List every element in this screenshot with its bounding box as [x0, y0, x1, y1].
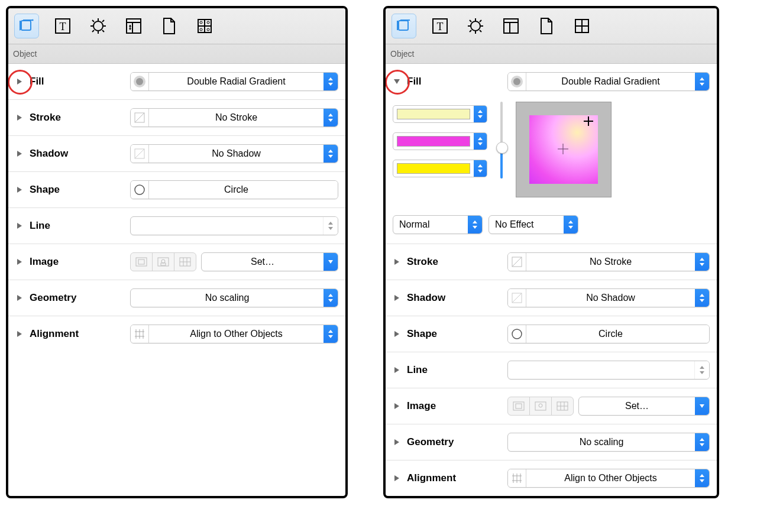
toolbar-tab-document[interactable] — [535, 14, 558, 38]
image-fit-natural-icon[interactable] — [131, 253, 153, 271]
svg-marker-131 — [700, 443, 704, 446]
fill-type-popup[interactable]: Double Radial Gradient — [507, 72, 710, 91]
toolbar-tab-canvas[interactable] — [122, 14, 145, 38]
disclosure-line[interactable] — [393, 366, 401, 374]
svg-marker-45 — [328, 222, 333, 225]
stroke-popup[interactable]: No Stroke — [130, 108, 338, 127]
line-popup[interactable] — [507, 361, 710, 379]
inspector-toolbar: T — [8, 8, 345, 44]
label-shape: Shape — [30, 184, 124, 196]
popup-arrows-icon — [323, 145, 338, 163]
disclosure-image[interactable] — [393, 402, 401, 410]
disclosure-shadow[interactable] — [15, 150, 24, 158]
image-set-popup[interactable]: Set… — [201, 252, 338, 271]
gradient-stop-1[interactable] — [393, 132, 487, 150]
disclosure-alignment[interactable] — [393, 474, 401, 482]
disclosure-line[interactable] — [15, 222, 24, 230]
svg-marker-119 — [394, 403, 399, 409]
svg-marker-47 — [17, 259, 22, 265]
disclosure-shape[interactable] — [393, 330, 401, 338]
image-fit-tile-icon[interactable] — [552, 397, 573, 415]
popup-arrows-icon — [695, 289, 709, 307]
gradient-stop-2[interactable] — [393, 160, 487, 177]
gradient-slider[interactable] — [496, 99, 507, 179]
toolbar-tab-object[interactable] — [14, 14, 39, 38]
alignment-popup[interactable]: Align to Other Objects — [130, 325, 338, 343]
inspector-window-collapsed: T Object Fill — [6, 6, 348, 498]
row-line: Line — [8, 208, 345, 244]
disclosure-geometry[interactable] — [393, 438, 401, 446]
image-fit-natural-icon[interactable] — [508, 397, 530, 415]
toolbar-tab-object[interactable] — [392, 14, 416, 38]
popup-arrows-icon — [474, 106, 487, 122]
image-fit-stretch-icon[interactable] — [530, 397, 552, 415]
gradient-stop-0[interactable] — [393, 105, 487, 123]
row-geometry: Geometry No scaling — [386, 424, 717, 460]
no-shadow-icon — [508, 289, 526, 307]
svg-marker-42 — [17, 187, 22, 193]
disclosure-fill-open[interactable] — [393, 77, 401, 86]
toolbar-tab-canvas[interactable] — [499, 14, 523, 38]
disclosure-shadow[interactable] — [393, 294, 401, 302]
svg-point-23 — [200, 21, 202, 24]
alignment-popup[interactable]: Align to Other Objects — [507, 469, 710, 488]
slider-knob[interactable] — [496, 142, 508, 154]
popup-arrows-icon — [323, 325, 338, 343]
disclosure-stroke[interactable] — [15, 113, 24, 122]
svg-rect-83 — [504, 19, 518, 33]
toolbar-tab-properties[interactable] — [464, 14, 487, 38]
shadow-popup[interactable]: No Shadow — [130, 144, 338, 163]
popup-arrows-icon — [323, 73, 338, 90]
gradient-center-2-icon[interactable] — [558, 144, 568, 154]
svg-marker-18 — [129, 25, 131, 27]
disclosure-geometry[interactable] — [15, 294, 24, 302]
fill-type-popup[interactable]: Double Radial Gradient — [130, 72, 338, 91]
line-popup[interactable] — [130, 216, 338, 235]
blend-mode-popup[interactable]: Normal — [393, 215, 483, 234]
radial-gradient-icon — [508, 73, 526, 90]
row-shadow: Shadow No Shadow — [8, 136, 345, 172]
disclosure-stroke[interactable] — [393, 258, 401, 266]
svg-rect-69 — [399, 21, 408, 30]
disclosure-image[interactable] — [15, 258, 24, 266]
toolbar-tab-document[interactable] — [157, 14, 181, 38]
svg-marker-89 — [394, 79, 400, 84]
stroke-popup[interactable]: No Stroke — [507, 252, 710, 271]
popup-arrows-icon — [695, 433, 709, 451]
popup-arrows-icon — [323, 109, 338, 126]
toolbar-tab-text[interactable]: T — [428, 14, 452, 38]
toolbar-tab-text[interactable]: T — [51, 14, 75, 38]
svg-rect-3 — [56, 19, 70, 33]
svg-marker-59 — [328, 294, 333, 297]
svg-rect-49 — [138, 259, 144, 264]
disclosure-fill[interactable] — [15, 77, 24, 86]
fill-expanded-panel — [386, 99, 717, 208]
svg-marker-98 — [478, 164, 483, 167]
row-geometry: Geometry No scaling — [8, 280, 345, 316]
effect-popup[interactable]: No Effect — [489, 215, 578, 234]
disclosure-shape[interactable] — [15, 186, 24, 194]
geometry-popup[interactable]: No scaling — [507, 433, 710, 452]
svg-marker-27 — [17, 79, 22, 85]
stroke-value: No Stroke — [149, 112, 323, 123]
image-set-popup[interactable]: Set… — [578, 397, 710, 416]
toolbar-tab-properties[interactable] — [86, 14, 110, 38]
svg-line-10 — [92, 20, 94, 22]
image-fit-segmented[interactable] — [507, 397, 574, 416]
gradient-preview[interactable] — [516, 102, 612, 197]
popup-arrows-icon — [474, 160, 487, 177]
shape-popup[interactable]: Circle — [507, 325, 710, 343]
svg-marker-92 — [700, 77, 704, 80]
toolbar-tab-grid[interactable] — [570, 14, 594, 38]
svg-marker-96 — [478, 137, 483, 140]
image-fit-stretch-icon[interactable] — [153, 253, 174, 271]
shape-popup[interactable]: Circle — [130, 180, 338, 199]
geometry-popup[interactable]: No scaling — [130, 288, 338, 307]
toolbar-tab-grid[interactable] — [193, 14, 216, 38]
image-fit-segmented[interactable] — [130, 252, 196, 271]
shadow-popup[interactable]: No Shadow — [507, 288, 710, 307]
geometry-value: No scaling — [508, 437, 695, 447]
gradient-center-1-icon[interactable] — [584, 116, 593, 126]
image-fit-tile-icon[interactable] — [174, 253, 196, 271]
disclosure-alignment[interactable] — [15, 330, 24, 338]
